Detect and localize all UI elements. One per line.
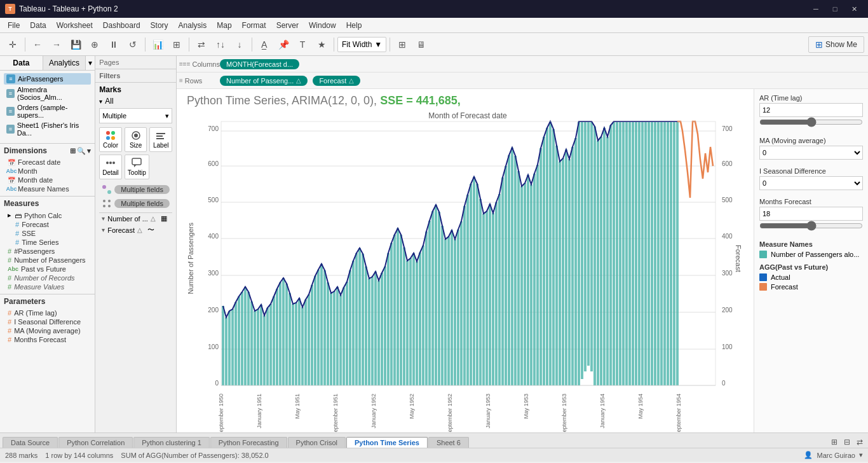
- svg-rect-145: [543, 137, 545, 385]
- hash-icon-7: #: [8, 283, 11, 291]
- marks-sub-item-2[interactable]: ▾ Forecast △ 〜: [99, 224, 172, 236]
- tab-sort-icon[interactable]: ⇄: [854, 436, 865, 448]
- close-button[interactable]: ✕: [845, 0, 863, 18]
- menu-analysis[interactable]: Analysis: [173, 20, 212, 31]
- save-button[interactable]: 💾: [67, 36, 85, 53]
- menu-map[interactable]: Map: [212, 20, 236, 31]
- sort-asc-button[interactable]: ↑↓: [212, 36, 229, 53]
- param-seasonal-dropdown[interactable]: 0: [759, 176, 863, 190]
- param-ar-input[interactable]: [759, 103, 863, 117]
- label-button[interactable]: Label: [149, 127, 172, 152]
- pin-button[interactable]: 📌: [275, 36, 292, 53]
- field-sse[interactable]: # SSE: [0, 229, 95, 238]
- dims-arrow-icon[interactable]: ▾: [87, 147, 91, 155]
- new-sheet-icon[interactable]: ⊞: [829, 436, 840, 448]
- device-button[interactable]: 🖥: [412, 36, 430, 53]
- format-button[interactable]: A̲: [255, 36, 273, 53]
- menu-help[interactable]: Help: [341, 20, 367, 31]
- field-month[interactable]: Abc Month: [0, 167, 95, 176]
- field-time-series[interactable]: # Time Series: [0, 238, 95, 247]
- param-ma[interactable]: # MA (Moving average): [0, 326, 95, 335]
- undo-button[interactable]: ↺: [124, 36, 142, 53]
- tab-python-forecasting[interactable]: Python Forecasting: [210, 437, 287, 448]
- menu-story[interactable]: Story: [146, 20, 173, 31]
- title-bar-controls[interactable]: ─ □ ✕: [807, 0, 863, 18]
- tab-python-correlation[interactable]: Python Correlation: [58, 437, 133, 448]
- param-months[interactable]: # Months Forecast: [0, 335, 95, 344]
- maximize-button[interactable]: □: [826, 0, 844, 18]
- param-ar-slider[interactable]: [759, 117, 863, 127]
- field-measure-values[interactable]: # Measure Values: [0, 282, 95, 291]
- tab-python-crisol[interactable]: Python Crisol: [288, 437, 346, 448]
- field-passengers[interactable]: # #Passengers: [0, 247, 95, 256]
- field-num-records[interactable]: # Number of Records: [0, 273, 95, 282]
- crosshair-button[interactable]: ✛: [4, 36, 22, 53]
- dims-search-icon[interactable]: 🔍: [77, 147, 86, 155]
- color-dots-icon: [102, 184, 112, 195]
- tab-python-time-series[interactable]: Python Time Series: [346, 437, 428, 448]
- field-num-passengers[interactable]: # Number of Passengers: [0, 256, 95, 265]
- svg-rect-86: [355, 253, 358, 385]
- panel-arrow[interactable]: ▾: [86, 56, 95, 70]
- menu-window[interactable]: Window: [304, 20, 341, 31]
- param-seasonal[interactable]: # I Seasonal Difference: [0, 317, 95, 326]
- tab-python-clustering[interactable]: Python clustering 1: [133, 437, 210, 448]
- field-month-date[interactable]: 📅 Month date: [0, 176, 95, 184]
- field-python-calc[interactable]: ▸ 🗃 Python Calc: [0, 211, 95, 220]
- menu-format[interactable]: Format: [237, 20, 271, 31]
- tab-data-source[interactable]: Data Source: [3, 437, 58, 448]
- row-pill-passengers[interactable]: Number of Passeng... △: [220, 76, 308, 86]
- data-tab[interactable]: Data: [0, 56, 43, 70]
- ds-item-orders[interactable]: ≡ Orders (sample-supers...: [4, 102, 91, 120]
- table-button[interactable]: ⊞: [168, 36, 186, 53]
- param-months-input[interactable]: [759, 207, 863, 221]
- multiple-fields-pill-2[interactable]: Multiple fields: [114, 199, 170, 208]
- ds-item-almendra[interactable]: ≡ Almendra (Socios_Alm...: [4, 85, 91, 102]
- marks-type-dropdown[interactable]: Multiple ▾: [99, 108, 172, 123]
- user-dropdown-icon[interactable]: ▾: [859, 451, 863, 459]
- new-ds-button[interactable]: ⊕: [86, 36, 104, 53]
- duplicate-sheet-icon[interactable]: ⊟: [841, 436, 853, 448]
- menu-dashboard[interactable]: Dashboard: [98, 20, 146, 31]
- swap-button[interactable]: ⇄: [193, 36, 210, 53]
- show-me-button[interactable]: ⊞ Show Me: [808, 36, 864, 53]
- fix-button[interactable]: ⊞: [393, 36, 411, 53]
- fit-width-dropdown[interactable]: Fit Width ▼: [337, 37, 386, 52]
- field-forecast[interactable]: # Forecast: [0, 220, 95, 229]
- size-button[interactable]: Size: [125, 127, 147, 152]
- forward-button[interactable]: →: [48, 36, 65, 53]
- ds-item-sheet1[interactable]: ≡ Sheet1 (Fisher's Iris Da...: [4, 120, 91, 138]
- pause-button[interactable]: ⏸: [105, 36, 123, 53]
- tooltip-button[interactable]: Tooltip: [125, 155, 149, 179]
- sort-desc-button[interactable]: ↓: [231, 36, 248, 53]
- star-button[interactable]: ★: [313, 36, 330, 53]
- analytics-tab[interactable]: Analytics: [43, 56, 86, 70]
- detail-button[interactable]: Detail: [99, 155, 122, 179]
- ds-item-airpassengers[interactable]: ≡ AirPassengers: [4, 73, 91, 85]
- param-ma-dropdown[interactable]: 0: [759, 146, 863, 160]
- chart-button[interactable]: 📊: [149, 36, 166, 53]
- dims-grid-icon[interactable]: ⊞: [70, 147, 76, 155]
- collapse-arrow[interactable]: ▾: [99, 98, 102, 105]
- text-button[interactable]: T: [294, 36, 311, 53]
- row-pill-forecast[interactable]: Forecast △: [313, 76, 360, 86]
- menu-file[interactable]: File: [3, 20, 25, 31]
- svg-rect-110: [431, 211, 434, 385]
- menu-server[interactable]: Server: [271, 20, 304, 31]
- back-button[interactable]: ←: [29, 36, 46, 53]
- field-forecast-date[interactable]: 📅 Forecast date: [0, 158, 95, 167]
- user-icon: 👤: [804, 451, 813, 459]
- minimize-button[interactable]: ─: [807, 0, 825, 18]
- color-button[interactable]: Color: [99, 127, 122, 152]
- menu-data[interactable]: Data: [25, 20, 51, 31]
- marks-sub-item-1[interactable]: ▾ Number of ... △ ▦: [99, 213, 172, 224]
- tab-sheet-6[interactable]: Sheet 6: [428, 437, 469, 448]
- column-pill-month[interactable]: MONTH(Forecast d...: [220, 59, 299, 69]
- param-months-slider[interactable]: [759, 221, 863, 231]
- param-ar[interactable]: # AR (Time lag): [0, 308, 95, 317]
- svg-rect-88: [362, 254, 364, 385]
- field-measure-names[interactable]: Abc Measure Names: [0, 184, 95, 193]
- menu-worksheet[interactable]: Worksheet: [51, 20, 98, 31]
- field-past-future[interactable]: Abc Past vs Future: [0, 265, 95, 273]
- multiple-fields-pill-1[interactable]: Multiple fields: [114, 185, 170, 194]
